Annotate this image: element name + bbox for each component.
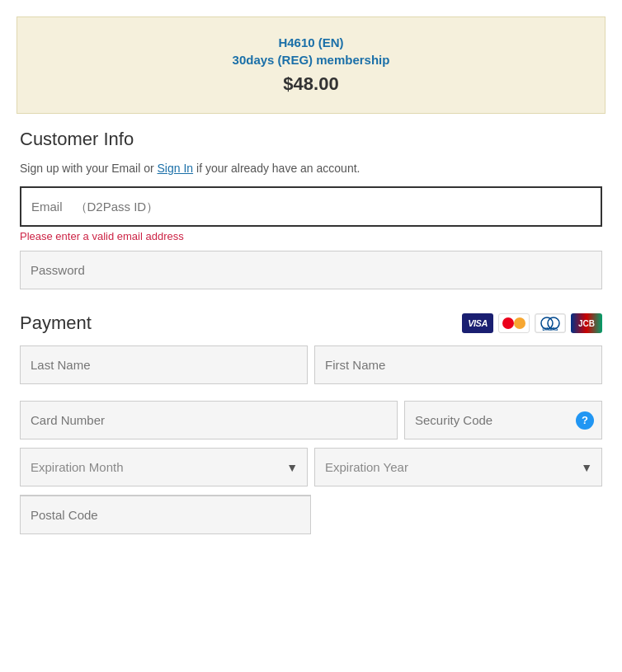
password-input[interactable]	[20, 251, 602, 289]
expiration-row: Expiration Month January (01) February (…	[20, 448, 602, 486]
sign-in-link[interactable]: Sign In	[158, 162, 194, 175]
name-row	[20, 345, 602, 384]
customer-info-section: Customer Info Sign up with your Email or…	[0, 114, 622, 289]
visa-icon: VISA	[462, 313, 493, 333]
order-price: $48.00	[34, 73, 588, 95]
svg-text:DINERS: DINERS	[543, 327, 559, 331]
last-name-input[interactable]	[20, 345, 308, 384]
expiration-year-wrapper: Expiration Year 2024 2025 2026 2027 2028…	[314, 448, 602, 486]
postal-code-input[interactable]	[20, 496, 311, 534]
first-name-input[interactable]	[314, 345, 602, 384]
sign-in-text-before: Sign up with your Email or	[20, 162, 154, 175]
sign-in-prompt: Sign up with your Email or Sign In if yo…	[20, 162, 602, 175]
card-number-input[interactable]	[20, 401, 398, 439]
payment-section: Payment VISA DINERS JCB	[0, 298, 622, 534]
security-code-input[interactable]	[404, 401, 602, 439]
sign-in-text-after: if your already have an account.	[196, 162, 360, 175]
order-summary: H4610 (EN) 30days (REG) membership $48.0…	[16, 16, 606, 114]
email-input[interactable]	[20, 186, 602, 227]
expiration-month-wrapper: Expiration Month January (01) February (…	[20, 448, 308, 486]
product-name: H4610 (EN)	[34, 35, 588, 49]
card-row: ?	[20, 401, 602, 439]
jcb-icon: JCB	[571, 313, 602, 333]
membership-label: 30days (REG) membership	[34, 53, 588, 67]
email-error: Please enter a valid email address	[20, 230, 602, 242]
expiration-year-select[interactable]: Expiration Year 2024 2025 2026 2027 2028…	[314, 448, 602, 486]
security-code-help-icon[interactable]: ?	[576, 411, 594, 430]
customer-info-title: Customer Info	[20, 129, 602, 150]
expiration-month-select[interactable]: Expiration Month January (01) February (…	[20, 448, 308, 486]
payment-title: Payment	[20, 313, 92, 334]
diners-icon: DINERS	[535, 313, 566, 333]
mastercard-icon	[498, 313, 530, 333]
card-icons: VISA DINERS JCB	[462, 313, 602, 333]
security-code-wrapper: ?	[404, 401, 602, 439]
payment-header: Payment VISA DINERS JCB	[20, 313, 602, 334]
